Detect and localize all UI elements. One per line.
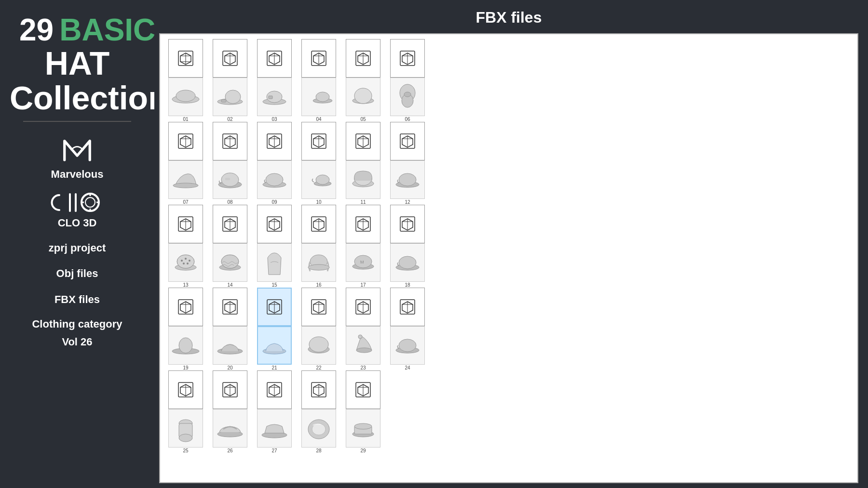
icon-cell-15 — [257, 205, 292, 243]
hat-draw-06 — [392, 82, 423, 111]
svg-point-52 — [173, 183, 198, 188]
icon-cell-29 — [346, 370, 380, 409]
info-text: zprj project — [49, 239, 106, 257]
hat-item-27[interactable]: 27 — [254, 370, 295, 453]
hat-item-01[interactable]: 01 — [165, 39, 206, 122]
icon-cell-14 — [213, 205, 247, 243]
icon-cell-25 — [168, 370, 203, 409]
hat-item-03[interactable]: 03 — [254, 39, 295, 122]
cube-icon-05 — [354, 50, 372, 67]
svg-point-93 — [183, 263, 185, 264]
hat-item-28[interactable]: 28 — [298, 370, 339, 453]
hat-item-16[interactable]: 16 — [298, 205, 339, 288]
img-cell-15 — [257, 243, 292, 282]
svg-point-90 — [181, 260, 183, 262]
img-cell-13 — [168, 243, 203, 282]
title-top-row: 29 BASIC — [10, 14, 145, 45]
img-cell-04 — [301, 78, 336, 116]
img-cell-08 — [213, 160, 247, 199]
clo-logo: CLO 3D — [51, 189, 104, 229]
img-cell-21 — [257, 326, 292, 365]
bottom-info: Clothing category Vol 26 — [32, 315, 122, 351]
hat-item-26[interactable]: 26 — [209, 370, 251, 453]
svg-point-129 — [179, 338, 192, 353]
svg-rect-28 — [269, 96, 272, 99]
svg-point-40 — [354, 88, 372, 104]
marvelous-icon — [60, 132, 94, 166]
img-cell-02 — [213, 78, 247, 116]
svg-point-89 — [177, 255, 194, 268]
grid-row-4: 19 20 — [165, 288, 853, 370]
hat-item-18[interactable]: 18 — [387, 205, 428, 288]
hat-item-17[interactable]: M 17 — [342, 205, 384, 288]
icon-cell-28 — [301, 370, 336, 409]
hat-item-21[interactable]: 21 — [254, 288, 295, 370]
hat-item-15[interactable]: 15 — [254, 205, 295, 288]
icon-cell-19 — [168, 288, 203, 326]
hat-item-06[interactable]: 06 — [387, 39, 428, 122]
icon-cell-11 — [346, 122, 380, 160]
hat-item-23[interactable]: 23 — [342, 288, 384, 370]
hat-item-02[interactable]: 02 — [209, 39, 251, 122]
svg-rect-59 — [225, 178, 230, 180]
fbx-label: FBX files — [54, 290, 100, 308]
hat-item-22[interactable]: 22 — [298, 288, 339, 370]
img-cell-18 — [390, 243, 425, 282]
svg-point-94 — [187, 263, 189, 264]
hat-item-08[interactable]: 08 — [209, 122, 251, 205]
icon-cell-05 — [346, 39, 380, 78]
svg-point-47 — [404, 92, 411, 97]
icon-cell-22 — [301, 288, 336, 326]
icon-cell-20 — [213, 288, 247, 326]
grid-row-3: 13 14 — [165, 205, 853, 288]
divider — [23, 121, 131, 122]
icon-cell-10 — [301, 122, 336, 160]
marvelous-label: Marvelous — [51, 168, 104, 181]
icon-cell-21 — [257, 288, 292, 326]
img-cell-16 — [301, 243, 336, 282]
icon-cell-24 — [390, 288, 425, 326]
hat-item-07[interactable]: 07 — [165, 122, 206, 205]
number-label: 29 — [19, 14, 54, 45]
img-cell-10 — [301, 160, 336, 199]
img-cell-06 — [390, 78, 425, 116]
hat-item-29[interactable]: 29 — [342, 370, 384, 453]
img-cell-20 — [213, 326, 247, 365]
hat-item-25[interactable]: 25 — [165, 370, 206, 453]
img-cell-24 — [390, 326, 425, 365]
icon-cell-07 — [168, 122, 203, 160]
hat-item-19[interactable]: 19 — [165, 288, 206, 370]
num-06: 06 — [405, 117, 410, 122]
hat-item-12[interactable]: 12 — [387, 122, 428, 205]
icon-cell-02 — [213, 39, 247, 78]
hat-draw-05 — [348, 82, 379, 111]
hat-item-20[interactable]: 20 — [209, 288, 251, 370]
svg-text:M: M — [360, 260, 364, 264]
hat-item-04[interactable]: 04 — [298, 39, 339, 122]
svg-point-83 — [399, 173, 416, 186]
svg-point-164 — [179, 434, 192, 442]
grid-row-5: 25 26 — [165, 370, 853, 453]
hat-item-13[interactable]: 13 — [165, 205, 206, 288]
hat-item-10[interactable]: 10 — [298, 122, 339, 205]
grid-row-2: 07 08 — [165, 122, 853, 205]
svg-point-2 — [81, 194, 99, 211]
marvelous-logo: Marvelous — [51, 132, 104, 181]
clo-icon — [51, 189, 104, 216]
grid-row-1: 01 — [165, 39, 853, 122]
hat-item-11[interactable]: 11 — [342, 122, 384, 205]
hat-item-24[interactable]: 24 — [387, 288, 428, 370]
icon-cell-23 — [346, 288, 380, 326]
svg-point-157 — [399, 339, 416, 352]
icon-cell-03 — [257, 39, 292, 78]
icon-cell-01 — [168, 39, 203, 78]
cube-icon-03 — [266, 50, 283, 67]
hat-item-14[interactable]: 14 — [209, 205, 251, 288]
img-cell-22 — [301, 326, 336, 365]
clo-label: CLO 3D — [58, 217, 97, 229]
num-01: 01 — [183, 117, 188, 122]
img-cell-12 — [390, 160, 425, 199]
img-cell-03 — [257, 78, 292, 116]
hat-item-05[interactable]: 05 — [342, 39, 384, 122]
hat-item-09[interactable]: 09 — [254, 122, 295, 205]
